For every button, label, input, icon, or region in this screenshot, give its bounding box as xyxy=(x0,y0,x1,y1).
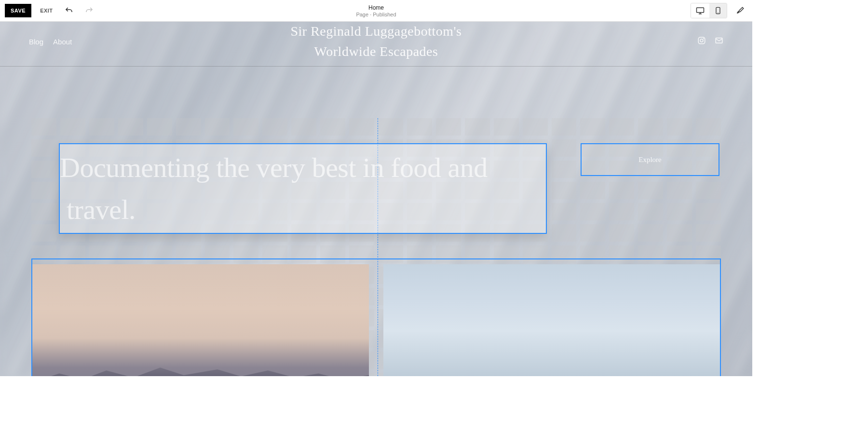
redo-button xyxy=(82,3,96,18)
explore-button-block[interactable]: Explore xyxy=(581,143,719,176)
page-status: Page · Published xyxy=(356,12,396,17)
mobile-view-button[interactable] xyxy=(709,3,727,18)
site-title[interactable]: Sir Reginald Luggagebottom's Worldwide E… xyxy=(290,22,461,62)
svg-point-4 xyxy=(704,39,704,39)
styles-button[interactable] xyxy=(733,3,747,18)
social-links xyxy=(697,36,723,47)
redo-icon xyxy=(85,6,94,15)
undo-button[interactable] xyxy=(62,3,76,18)
explore-button-label: Explore xyxy=(638,156,661,164)
site-title-line2: Worldwide Escapades xyxy=(290,41,461,62)
nav-link-about[interactable]: About xyxy=(53,38,72,46)
site-title-line1: Sir Reginald Luggagebottom's xyxy=(290,22,461,41)
desktop-view-button[interactable] xyxy=(691,3,709,18)
site-header[interactable]: Blog About Sir Reginald Luggagebottom's … xyxy=(0,22,752,67)
svg-rect-0 xyxy=(697,8,704,13)
instagram-icon[interactable] xyxy=(697,36,706,47)
device-toggle-group xyxy=(691,3,727,18)
editor-canvas[interactable]: Blog About Sir Reginald Luggagebottom's … xyxy=(0,22,752,376)
hero-text-block[interactable]: Documenting the very best in food and tr… xyxy=(59,143,547,234)
toolbar-right xyxy=(691,3,747,18)
toolbar-center: Home Page · Published xyxy=(356,4,396,17)
desktop-icon xyxy=(696,6,705,15)
hero-heading[interactable]: Documenting the very best in food and tr… xyxy=(67,147,539,231)
nav-link-blog[interactable]: Blog xyxy=(29,38,43,46)
svg-point-3 xyxy=(700,39,703,42)
mobile-icon xyxy=(714,6,722,15)
paintbrush-icon xyxy=(736,6,745,15)
undo-icon xyxy=(65,6,73,15)
toolbar-left: SAVE EXIT xyxy=(5,3,96,18)
page-title: Home xyxy=(356,4,396,11)
editor-toolbar: SAVE EXIT Home Page · Published xyxy=(0,0,752,22)
save-button[interactable]: SAVE xyxy=(5,4,31,17)
exit-button[interactable]: EXIT xyxy=(37,4,55,17)
gallery-image-left[interactable] xyxy=(32,264,369,376)
email-icon[interactable] xyxy=(715,36,723,47)
image-gallery-block[interactable] xyxy=(31,258,721,376)
gallery-image-right[interactable] xyxy=(383,264,720,376)
site-nav: Blog About xyxy=(29,38,72,46)
